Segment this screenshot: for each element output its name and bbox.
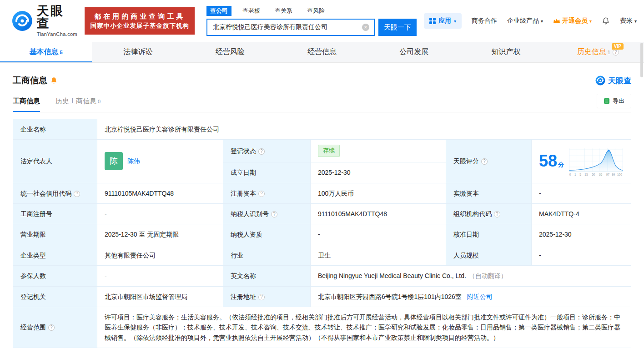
business-scope-label: 经营范围? [13, 307, 97, 348]
banner-line2: 国家中小企业发展子基金旗下机构 [90, 21, 189, 31]
business-term-label: 营业期限 [13, 224, 97, 245]
export-button[interactable]: 导出 [597, 94, 631, 108]
nav-business-cooperation[interactable]: 商务合作 [472, 17, 497, 25]
svg-text:100: 100 [617, 173, 622, 176]
org-code-label: 组织机构代码? [446, 203, 532, 224]
svg-text:50: 50 [592, 173, 595, 176]
scrollbar[interactable] [640, 43, 643, 77]
reg-status-label: 登记状态? [223, 140, 311, 162]
table-row: 企业名称 北京柠悦悦己医疗美容诊所有限责任公司 [13, 119, 631, 140]
score-number: 58分 [539, 153, 564, 169]
brand-domain: TianYanCha.com [37, 31, 78, 37]
help-icon[interactable]: ? [494, 211, 500, 217]
help-icon[interactable]: ? [258, 148, 265, 155]
section-watermark-text: 天眼查 [608, 76, 631, 86]
top-nav: 应用 ▾ 商务合作 企业级产品 ▾ 开通会员 ▾ 费米 ▾ [424, 13, 637, 29]
industry-label: 行业 [223, 245, 311, 265]
score-curve-chart: 0 1 5 15 50 65 97 99 100 [569, 145, 624, 177]
chevron-down-icon: ▾ [634, 19, 637, 24]
help-icon[interactable]: ? [271, 211, 277, 217]
user-menu[interactable]: 费米 ▾ [620, 17, 637, 25]
main-content: 工商信息 天眼查 工商信息 历史工商信 [0, 75, 644, 348]
help-icon[interactable]: ? [258, 191, 265, 197]
legal-rep-label: 法定代表人 [13, 140, 97, 183]
table-row: 工商注册号 - 纳税人识别号? 91110105MAK4DTTQ48 组织机构代… [13, 203, 631, 224]
tab-legal-proceedings[interactable]: 法律诉讼 [92, 42, 184, 62]
table-row: 登记机关 北京市朝阳区市场监督管理局 注册地址? 北京市朝阳区芳园西路6号院1号… [13, 286, 631, 307]
notification-bell-icon[interactable] [602, 17, 610, 25]
est-date-label: 成立日期 [223, 162, 311, 183]
nearby-companies-link[interactable]: 附近公司 [467, 293, 493, 300]
company-name-label: 企业名称 [13, 119, 97, 140]
subtab-business-info[interactable]: 工商信息 [13, 97, 40, 112]
search-tab-risk[interactable]: 查风险 [303, 6, 328, 16]
english-name-label: 英文名称 [223, 266, 311, 286]
tianyancha-logo[interactable]: 天眼查 TianYanCha.com [12, 5, 77, 37]
approval-date-label: 核准日期 [446, 224, 532, 245]
status-badge: 存续 [318, 145, 340, 157]
taxpayer-quality-value: - [311, 224, 446, 245]
clear-search-icon[interactable]: × [362, 24, 369, 31]
help-icon[interactable]: ? [258, 294, 265, 300]
search-tabs: 查公司 查老板 查关系 查风险 [206, 6, 417, 16]
help-icon[interactable]: ? [48, 324, 55, 331]
table-row: 经营范围? 许可项目：医疗美容服务；生活美容服务。（依法须经批准的项目，经相关部… [13, 307, 631, 348]
chevron-down-icon: ▾ [589, 19, 592, 24]
svg-text:15: 15 [584, 173, 588, 176]
taxpayer-quality-label: 纳税人资质 [223, 224, 311, 245]
tab-operating-risk[interactable]: 经营风险 [184, 42, 276, 62]
grid-icon [429, 18, 436, 24]
search-input[interactable] [212, 23, 362, 31]
svg-text:1: 1 [574, 173, 576, 176]
legal-rep-link[interactable]: 陈伟 [127, 156, 140, 166]
tab-company-development[interactable]: 公司发展 [368, 42, 460, 62]
header: 天眼查 TianYanCha.com 都在用的商业查询工具 国家中小企业发展子基… [0, 0, 644, 42]
table-row: 营业期限 2025-12-30 至 无固定期限 纳税人资质 - 核准日期 202… [13, 224, 631, 245]
taxpayer-id-label: 纳税人识别号? [223, 203, 311, 224]
company-type-label: 企业类型 [13, 245, 97, 265]
search-tab-relation[interactable]: 查关系 [271, 6, 296, 16]
svg-text:97: 97 [606, 173, 610, 176]
business-term-value: 2025-12-30 至 无固定期限 [97, 224, 223, 245]
tianyancha-logo-icon [595, 76, 605, 86]
tab-basic-info[interactable]: 基本信息5 [0, 42, 92, 62]
help-icon[interactable]: ? [74, 191, 80, 197]
avatar[interactable]: 陈 [105, 152, 123, 170]
search-tab-company[interactable]: 查公司 [206, 6, 231, 16]
staff-size-value: - [532, 245, 631, 265]
reg-status-value: 存续 [311, 140, 446, 162]
tianyancha-logo-icon [12, 10, 33, 31]
nav-enterprise-products[interactable]: 企业级产品 ▾ [507, 17, 543, 25]
tab-count: 5 [60, 50, 63, 55]
alert-bell-icon[interactable] [50, 77, 57, 84]
reg-number-value: - [97, 203, 223, 224]
tab-intellectual-property[interactable]: 知识产权 [460, 42, 552, 62]
svg-text:99: 99 [612, 173, 615, 176]
search-box: × [206, 19, 375, 36]
subtab-history-business-info[interactable]: 历史工商信息0 [55, 97, 101, 112]
subtab-count: 0 [98, 99, 101, 104]
nav-open-vip[interactable]: 开通会员 ▾ [553, 17, 592, 25]
tab-operating-info[interactable]: 经营信息 [276, 42, 368, 62]
taxpayer-id-value: 91110105MAK4DTTQ48 [311, 203, 446, 224]
apps-menu[interactable]: 应用 ▾ [424, 13, 462, 29]
svg-text:5: 5 [579, 173, 581, 176]
company-type-value: 其他有限责任公司 [97, 245, 223, 265]
chevron-down-icon: ▾ [454, 19, 456, 24]
tab-count: 1 [608, 50, 610, 55]
reg-capital-value: 100万人民币 [311, 183, 446, 203]
vip-badge: VIP [612, 43, 624, 50]
tab-history-info[interactable]: VIP 历史信息1 ? [552, 42, 644, 62]
reg-address-value: 北京市朝阳区芳园西路6号院1号楼1层101内1026室 附近公司 [311, 286, 631, 307]
score-value: 58分 [532, 140, 631, 183]
search-button[interactable]: 天眼一下 [378, 19, 417, 36]
search-tab-boss[interactable]: 查老板 [239, 6, 264, 16]
svg-text:65: 65 [599, 173, 603, 176]
help-icon[interactable]: ? [613, 49, 619, 56]
table-row: 企业类型 其他有限责任公司 行业 卫生 人员规模 - [13, 245, 631, 265]
help-icon[interactable]: ? [481, 158, 488, 165]
approval-date-value: 2025-12-30 [532, 224, 631, 245]
company-name-value: 北京柠悦悦己医疗美容诊所有限责任公司 [97, 119, 631, 140]
table-row: 统一社会信用代码? 91110105MAK4DTTQ48 注册资本? 100万人… [13, 183, 631, 203]
section-watermark-logo: 天眼查 [595, 76, 631, 86]
